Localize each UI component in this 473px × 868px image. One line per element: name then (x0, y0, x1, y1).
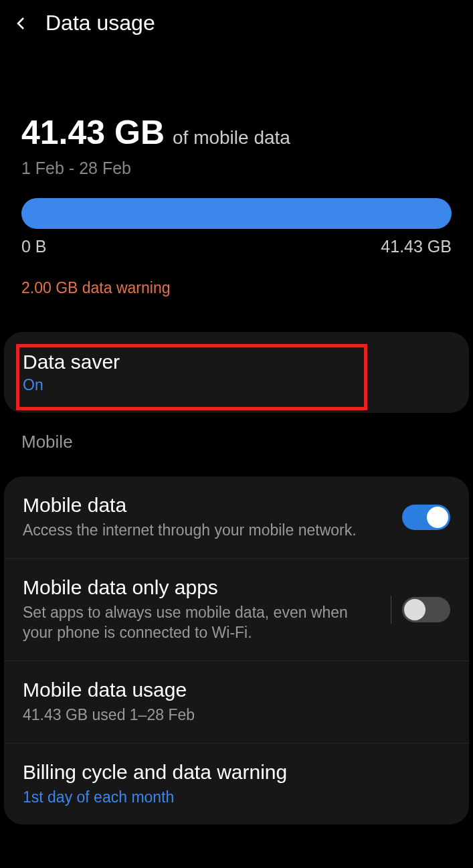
highlight-annotation (16, 344, 367, 410)
progress-labels: 0 B 41.43 GB (21, 237, 452, 256)
toggle-knob (427, 507, 448, 528)
data-warning-text: 2.00 GB data warning (21, 279, 452, 297)
vertical-divider (391, 596, 391, 624)
usage-suffix: of mobile data (173, 127, 290, 149)
header: Data usage (0, 0, 473, 46)
mobile-data-toggle[interactable] (402, 505, 450, 530)
progress-min: 0 B (21, 237, 47, 256)
toggle-knob (404, 599, 425, 620)
setting-text: Mobile data usage 41.43 GB used 1–28 Feb (23, 679, 450, 725)
setting-text: Mobile data Access the internet through … (23, 494, 391, 541)
mobile-data-row[interactable]: Mobile data Access the internet through … (4, 476, 469, 559)
mobile-only-apps-desc: Set apps to always use mobile data, even… (23, 603, 380, 643)
mobile-data-usage-row[interactable]: Mobile data usage 41.43 GB used 1–28 Feb (4, 661, 469, 744)
billing-cycle-row[interactable]: Billing cycle and data warning 1st day o… (4, 744, 469, 825)
data-saver-row[interactable]: Data saver On (4, 332, 469, 413)
mobile-data-desc: Access the internet through your mobile … (23, 521, 391, 541)
mobile-settings-card: Mobile data Access the internet through … (4, 476, 469, 824)
mobile-only-apps-row[interactable]: Mobile data only apps Set apps to always… (4, 559, 469, 661)
section-label-mobile: Mobile (0, 413, 473, 460)
setting-text: Billing cycle and data warning 1st day o… (23, 761, 450, 808)
progress-max: 41.43 GB (381, 237, 452, 256)
billing-cycle-title: Billing cycle and data warning (23, 761, 450, 784)
usage-value: 41.43 GB (21, 113, 165, 152)
billing-cycle-desc: 1st day of each month (23, 788, 450, 808)
usage-summary: 41.43 GB of mobile data 1 Feb - 28 Feb 0… (0, 46, 473, 316)
mobile-data-usage-title: Mobile data usage (23, 679, 450, 701)
mobile-only-apps-title: Mobile data only apps (23, 576, 380, 599)
usage-period: 1 Feb - 28 Feb (21, 159, 452, 178)
usage-amount: 41.43 GB of mobile data (21, 113, 452, 152)
page-title: Data usage (45, 11, 155, 35)
mobile-data-title: Mobile data (23, 494, 391, 517)
mobile-only-apps-toggle[interactable] (402, 597, 450, 622)
back-icon[interactable] (13, 15, 29, 31)
mobile-data-usage-desc: 41.43 GB used 1–28 Feb (23, 705, 450, 725)
usage-progress-bar[interactable] (21, 198, 452, 229)
setting-text: Mobile data only apps Set apps to always… (23, 576, 380, 643)
